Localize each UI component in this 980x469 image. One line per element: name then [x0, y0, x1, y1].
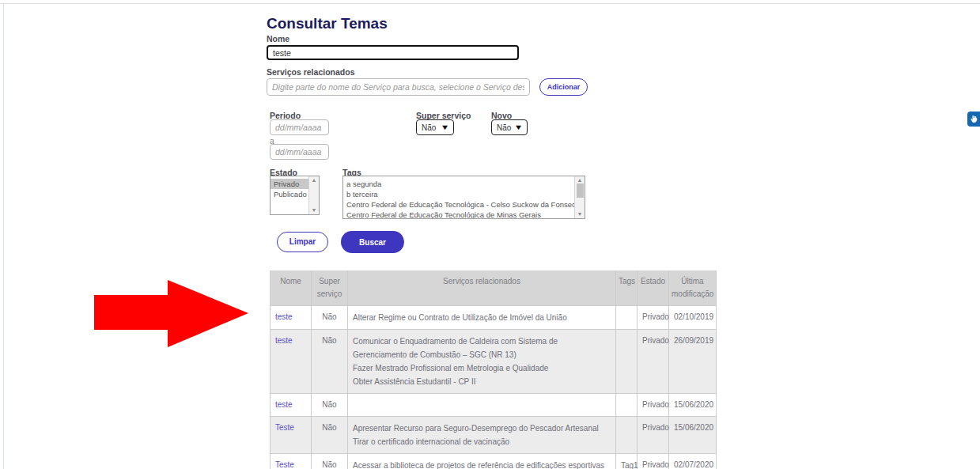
listbox-option[interactable]: a segunda — [343, 179, 574, 189]
limpar-button[interactable]: Limpar — [277, 232, 328, 252]
modificacao-cell: 15/06/2020 — [669, 394, 717, 416]
estado-scrollbar[interactable]: ▲ ▼ — [308, 176, 319, 214]
estado-cell: Privado — [638, 454, 669, 469]
tema-link[interactable]: teste — [275, 336, 293, 345]
tema-link[interactable]: Teste — [275, 423, 294, 432]
super-servico-cell: Não — [312, 306, 348, 329]
table-header-cell: Estado — [638, 270, 669, 305]
tags-scrollbar[interactable]: ▲ ▼ — [574, 176, 585, 218]
page-title: Consultar Temas — [267, 15, 388, 32]
servicos-cell: Alterar Regime ou Contrato de Utilização… — [348, 306, 616, 329]
super-servico-cell: Não — [312, 330, 348, 393]
tema-link[interactable]: teste — [275, 400, 293, 409]
table-row: Teste Não Apresentar Recurso para Seguro… — [270, 417, 717, 454]
servicos-cell: Acessar a biblioteca de projetos de refe… — [348, 454, 616, 469]
novo-select[interactable]: Não ▼ — [491, 119, 528, 135]
scroll-down-icon[interactable]: ▼ — [577, 211, 583, 217]
table-header-cell: Nome — [270, 270, 312, 305]
scrollbar-thumb[interactable] — [577, 183, 584, 198]
estado-cell: Privado — [638, 306, 669, 329]
servicos-cell — [348, 394, 616, 416]
super-servico-cell: Não — [312, 394, 348, 416]
servicos-relacionados-input[interactable] — [267, 78, 530, 96]
tags-cell — [616, 417, 638, 453]
table-header-cell: Serviços relacionados — [348, 270, 616, 305]
estado-listbox[interactable]: PrivadoPublicado ▲ ▼ — [270, 176, 320, 215]
nome-input[interactable] — [267, 45, 519, 60]
table-row: teste Não Comunicar o Enquadramento de C… — [270, 330, 717, 394]
super-servico-value: Não — [422, 123, 436, 132]
modificacao-cell: 15/06/2020 — [669, 417, 717, 453]
estado-cell: Privado — [638, 417, 669, 453]
chevron-down-icon: ▼ — [514, 123, 524, 131]
top-border-line — [0, 3, 980, 4]
super-servico-cell: Não — [312, 417, 348, 453]
listbox-option[interactable]: Centro Federal de Educação Tecnológica d… — [343, 210, 574, 218]
tags-cell: Tag1Tag1Tag1Tag2Tag2Tag2Tag3 — [616, 454, 638, 469]
servicos-cell: Apresentar Recurso para Seguro-Desempreg… — [348, 417, 616, 453]
table-row: teste Não Alterar Regime ou Contrato de … — [270, 306, 717, 330]
table-header-cell: Super serviço — [312, 270, 348, 305]
red-annotation-arrow — [94, 280, 249, 348]
table-header-cell: Tags — [616, 270, 638, 305]
listbox-option[interactable]: b terceira — [343, 189, 574, 199]
listbox-option[interactable]: Centro Federal de Educação Tecnológica -… — [343, 199, 574, 210]
tags-listbox[interactable]: a segundab terceiraCentro Federal de Edu… — [342, 176, 585, 219]
tema-link[interactable]: Teste para o guia — [275, 460, 297, 469]
adicionar-button[interactable]: Adicionar — [539, 78, 588, 96]
tags-cell — [616, 306, 638, 329]
scroll-up-icon[interactable]: ▲ — [577, 177, 583, 183]
servicos-cell: Comunicar o Enquadramento de Caldeira co… — [348, 330, 616, 393]
table-row: Teste para o guia Não Acessar a bibliote… — [270, 454, 717, 469]
buscar-button[interactable]: Buscar — [341, 231, 404, 253]
periodo-to-input[interactable] — [270, 144, 329, 160]
chevron-down-icon: ▼ — [441, 123, 450, 131]
nome-label: Nome — [267, 34, 289, 43]
table-header-cell: Última modificação — [669, 270, 717, 305]
listbox-option[interactable]: Privado — [271, 179, 308, 189]
novo-value: Não — [497, 123, 511, 132]
table-row: teste Não Privado 15/06/2020 — [270, 394, 717, 417]
vlibras-accessibility-icon[interactable] — [967, 112, 980, 127]
table-header-row: NomeSuper serviçoServiços relacionadosTa… — [270, 270, 717, 306]
tags-cell — [616, 394, 638, 416]
estado-cell: Privado — [638, 394, 669, 416]
scroll-down-icon[interactable]: ▼ — [312, 207, 317, 214]
listbox-option[interactable]: Publicado — [271, 189, 308, 199]
modificacao-cell: 02/10/2019 — [669, 306, 717, 329]
tags-cell — [616, 330, 638, 393]
scroll-up-icon[interactable]: ▲ — [312, 177, 317, 183]
super-servico-cell: Não — [312, 454, 348, 469]
left-border-line — [3, 3, 4, 469]
results-table: NomeSuper serviçoServiços relacionadosTa… — [270, 270, 717, 469]
periodo-from-input[interactable] — [270, 119, 329, 135]
super-servico-select[interactable]: Não ▼ — [416, 119, 454, 135]
modificacao-cell: 02/07/2020 — [669, 454, 717, 469]
tema-link[interactable]: teste — [275, 312, 293, 321]
page: Consultar Temas Nome Serviços relacionad… — [0, 0, 980, 469]
servicos-relacionados-label: Serviços relacionados — [267, 67, 354, 77]
modificacao-cell: 26/09/2019 — [669, 330, 717, 393]
estado-cell: Privado — [638, 330, 669, 393]
